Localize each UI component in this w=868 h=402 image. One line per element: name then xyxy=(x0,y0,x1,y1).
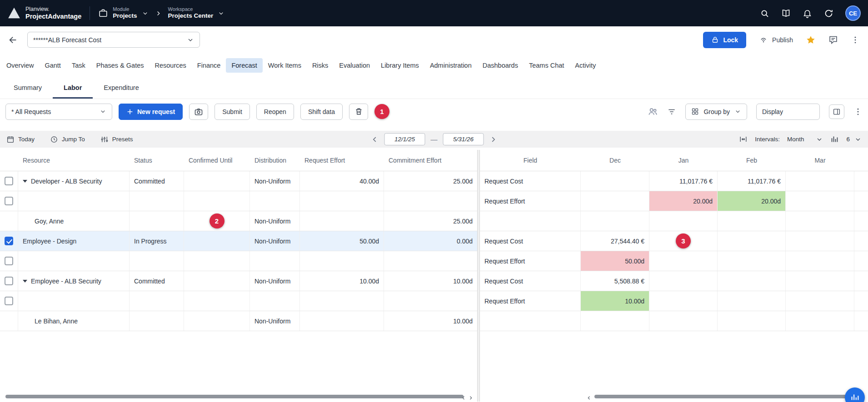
tab-gantt[interactable]: Gantt xyxy=(39,58,66,73)
tab-dashboards[interactable]: Dashboards xyxy=(477,58,524,73)
table-row[interactable] xyxy=(480,311,868,331)
tab-evaluation[interactable]: Evaluation xyxy=(334,58,375,73)
month-column-header-feb[interactable]: Feb xyxy=(718,150,786,171)
table-row[interactable]: Request Cost 27,544.40 € 3 xyxy=(480,231,868,251)
presets-button[interactable]: Presets xyxy=(100,135,133,144)
sub-tab-expenditure[interactable]: Expenditure xyxy=(93,78,150,99)
knowledge-base-button[interactable] xyxy=(781,9,791,18)
search-button[interactable] xyxy=(760,9,769,18)
snapshot-button[interactable] xyxy=(189,104,208,120)
jump-to-button[interactable]: Jump To xyxy=(50,135,85,144)
lock-button[interactable]: Lock xyxy=(703,32,746,48)
tab-work-items[interactable]: Work Items xyxy=(263,58,307,73)
row-checkbox[interactable] xyxy=(5,257,13,265)
month-column-header-dec[interactable]: Dec xyxy=(581,150,649,171)
module-selector[interactable]: Module Projects xyxy=(98,6,148,20)
end-date-input[interactable] xyxy=(443,133,484,145)
tab-activity[interactable]: Activity xyxy=(569,58,601,73)
resource-name: Employee - Design xyxy=(23,238,76,245)
month-column-header-mar[interactable]: Mar xyxy=(786,150,854,171)
month-column-header-jan[interactable]: Jan xyxy=(649,150,718,171)
tab-resources[interactable]: Resources xyxy=(150,58,192,73)
group-by-dropdown[interactable]: Group by xyxy=(685,104,747,120)
tab-risks[interactable]: Risks xyxy=(307,58,334,73)
refresh-button[interactable] xyxy=(824,9,833,18)
resource-column-header[interactable]: Resource xyxy=(18,150,130,171)
row-checkbox-checked[interactable] xyxy=(5,237,13,245)
sub-tab-labor[interactable]: Labor xyxy=(53,78,93,99)
tab-library-items[interactable]: Library Items xyxy=(375,58,424,73)
annotation-badge-1: 1 xyxy=(374,104,389,119)
table-row[interactable]: Employee - ALB Security Committed Non-Un… xyxy=(0,271,477,291)
left-horizontal-scrollbar[interactable] xyxy=(5,395,464,398)
right-horizontal-scrollbar[interactable] xyxy=(594,395,862,398)
filter-button[interactable] xyxy=(667,107,676,116)
row-checkbox[interactable] xyxy=(5,197,13,205)
sub-tab-summary[interactable]: Summary xyxy=(3,78,53,99)
request-effort-column-header[interactable]: Request Effort xyxy=(300,150,384,171)
table-row[interactable] xyxy=(0,251,477,271)
tab-finance[interactable]: Finance xyxy=(192,58,226,73)
tab-teams-chat[interactable]: Teams Chat xyxy=(524,58,569,73)
favorite-button[interactable] xyxy=(806,35,816,45)
row-checkbox[interactable] xyxy=(5,297,13,305)
table-row[interactable]: Request Cost 11,017.76 € 11,017.76 € xyxy=(480,171,868,191)
panel-toggle-button[interactable] xyxy=(829,104,844,119)
more-options-button[interactable] xyxy=(851,35,860,45)
collapse-caret-icon[interactable] xyxy=(23,180,27,183)
display-dropdown[interactable]: Display xyxy=(756,104,820,120)
new-request-button[interactable]: New request xyxy=(119,104,183,120)
next-period-button[interactable] xyxy=(489,135,498,144)
collapse-caret-icon[interactable] xyxy=(23,280,27,283)
back-button[interactable] xyxy=(8,35,18,45)
feb-cell: 11,017.76 € xyxy=(718,171,786,191)
requests-filter-dropdown[interactable]: * All Requests xyxy=(5,104,112,120)
publish-button[interactable]: Publish xyxy=(759,35,793,45)
shift-data-button[interactable]: Shift data xyxy=(300,104,343,120)
toolbar-more-button[interactable] xyxy=(853,107,863,116)
table-row[interactable]: Request Cost 5,508.88 € xyxy=(480,271,868,291)
table-row[interactable]: Request Effort 10.00d xyxy=(480,291,868,311)
submit-button[interactable]: Submit xyxy=(215,104,250,120)
table-row[interactable]: Request Effort 20.00d 20.00d xyxy=(480,191,868,211)
planview-brand[interactable]: Planview. ProjectAdvantage xyxy=(7,6,81,20)
user-avatar[interactable]: CE xyxy=(845,5,861,21)
left-scroll-arrows[interactable] xyxy=(461,395,474,401)
table-row[interactable]: Goy, Anne 2 Non-Uniform 25.00d xyxy=(0,211,477,231)
status-column-header[interactable]: Status xyxy=(130,150,184,171)
table-row-selected[interactable]: Employee - Design In Progress Non-Unifor… xyxy=(0,231,477,251)
commitment-effort-column-header[interactable]: Commitment Effort xyxy=(384,150,477,171)
interval-count-dropdown[interactable]: 6 xyxy=(846,136,862,143)
table-row[interactable]: Le Bihan, Anne Non-Uniform 10.00d xyxy=(0,311,477,331)
field-column-header[interactable]: Field xyxy=(480,150,581,171)
tab-task[interactable]: Task xyxy=(66,58,91,73)
delete-button[interactable] xyxy=(349,104,368,120)
right-scroll-arrows[interactable] xyxy=(586,395,592,401)
workspace-selector[interactable]: Workspace Projects Center xyxy=(168,6,225,20)
distribution-column-header[interactable]: Distribution xyxy=(250,150,300,171)
confirmed-until-column-header[interactable]: Confirmed Until xyxy=(184,150,250,171)
row-checkbox[interactable] xyxy=(5,277,13,285)
bar-chart-icon[interactable] xyxy=(830,135,839,144)
row-checkbox[interactable] xyxy=(5,177,13,185)
tab-overview[interactable]: Overview xyxy=(1,58,39,73)
interval-unit-dropdown[interactable]: Month xyxy=(787,136,823,143)
tab-phases-gates[interactable]: Phases & Gates xyxy=(91,58,150,73)
tab-administration[interactable]: Administration xyxy=(424,58,477,73)
notifications-button[interactable] xyxy=(803,9,812,18)
prev-period-button[interactable] xyxy=(371,135,379,144)
table-row[interactable]: Request Effort 50.00d xyxy=(480,251,868,271)
reopen-button[interactable]: Reopen xyxy=(256,104,294,120)
forecast-title-dropdown[interactable]: ******ALB Forecast Cost xyxy=(27,32,200,48)
start-date-input[interactable] xyxy=(384,133,425,145)
table-row[interactable] xyxy=(0,291,477,311)
comments-button[interactable] xyxy=(828,35,838,45)
resources-view-button[interactable] xyxy=(648,106,658,117)
people-icon xyxy=(648,106,658,117)
tab-forecast[interactable]: Forecast xyxy=(226,58,262,73)
today-button[interactable]: Today xyxy=(6,135,35,144)
table-row[interactable] xyxy=(0,191,477,211)
table-row[interactable] xyxy=(480,211,868,231)
annotation-badge-3: 3 xyxy=(676,233,691,248)
table-row[interactable]: Developer - ALB Security Committed Non-U… xyxy=(0,171,477,191)
